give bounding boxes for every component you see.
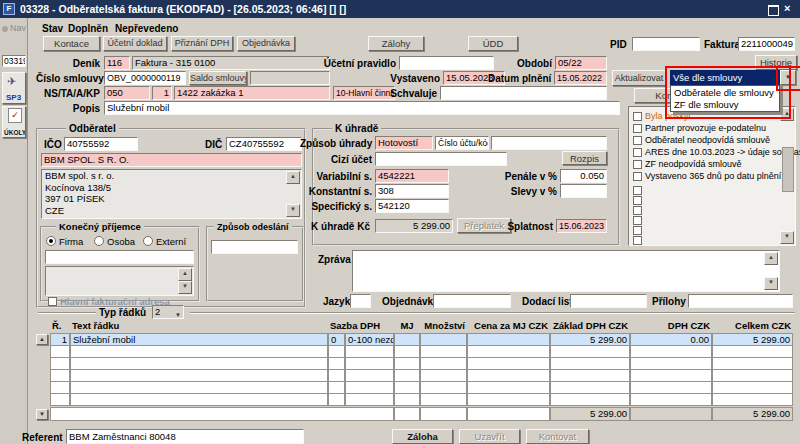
scroll-up-icon[interactable]: ▲ <box>178 268 192 281</box>
nav-icon <box>2 26 8 32</box>
ucetni-doklad-button[interactable]: Účetní doklad <box>103 36 167 51</box>
priznani-dph-button[interactable]: Přiznání DPH <box>171 36 233 51</box>
check-odberatel-smlouva[interactable] <box>633 136 642 145</box>
variabilni-label: Variabilní s. <box>302 171 372 183</box>
check-empty[interactable] <box>633 206 642 215</box>
chevron-down-icon: ▼ <box>175 309 181 319</box>
zpusob-uhrady-field[interactable]: Hotovostí <box>375 136 433 150</box>
cell <box>420 407 467 421</box>
close-icon[interactable]: × <box>784 2 790 14</box>
cislo-smlouvy-input[interactable]: OBV_0000000119 <box>104 71 186 85</box>
radio-externi-label: Externí <box>156 236 186 247</box>
kontace-button[interactable]: Kontace <box>43 36 100 51</box>
pid-input[interactable] <box>632 37 700 51</box>
splatnost-field[interactable]: 15.06.2023 <box>556 219 607 233</box>
check-partner-epodatelna[interactable] <box>633 124 642 133</box>
slevy-field[interactable] <box>560 184 607 198</box>
zpusob-odeslani-group: Způsob odeslání <box>206 226 304 302</box>
scroll-up-icon[interactable]: ▲ <box>764 252 778 265</box>
scroll-down-icon[interactable]: ▼ <box>178 281 192 294</box>
scroll-down-icon[interactable]: ▼ <box>764 277 778 290</box>
radio-externi[interactable] <box>143 236 153 246</box>
check-empty[interactable] <box>633 226 642 235</box>
ico-field[interactable]: 40755592 <box>64 137 138 151</box>
table-row[interactable] <box>50 393 793 406</box>
cell <box>630 393 712 406</box>
cell <box>550 393 630 406</box>
popis-input[interactable]: Služební mobil <box>104 101 620 115</box>
ns-field-2[interactable]: 1 <box>152 86 172 100</box>
check-zf-smlouva[interactable] <box>633 160 642 169</box>
sp3-button[interactable]: ✈ SP3 <box>2 72 26 104</box>
cizi-ucet-input[interactable] <box>375 152 507 166</box>
k-uhrade-group-label: K úhradě <box>332 123 381 135</box>
ns-field-1[interactable]: 050 <box>104 86 150 100</box>
col-header-mnozstvi: Množství <box>420 320 467 332</box>
referent-input[interactable]: BBM Zaměstnanci 80048 <box>66 429 304 444</box>
udd-button[interactable]: ÚDD <box>468 36 518 51</box>
check-365-dnu[interactable] <box>633 172 642 181</box>
check-empty[interactable] <box>633 216 642 225</box>
kontovat-button[interactable]: Kontovat <box>526 429 589 444</box>
objednavka-button[interactable]: Objednávka <box>237 36 295 51</box>
aktualizovat-button[interactable]: Aktualizovat <box>612 70 666 86</box>
restore-icon[interactable] <box>768 5 779 16</box>
objednavka-input[interactable] <box>433 294 511 308</box>
konstantni-field[interactable]: 308 <box>375 184 449 198</box>
check-byla-poskytnuta[interactable] <box>633 112 642 121</box>
scrollbar-thumb[interactable] <box>782 147 794 192</box>
left-sidebar: Nav 03319 ✈ SP3 ✓ ÚKOLY <box>0 18 28 444</box>
prilohy-input[interactable] <box>688 294 793 308</box>
specificky-field[interactable]: 542120 <box>375 199 449 213</box>
check-empty[interactable] <box>633 196 642 205</box>
zaloha-button[interactable]: Záloha <box>392 429 453 444</box>
ukoly-button[interactable]: ✓ ÚKOLY <box>2 106 26 138</box>
zalohy-button[interactable]: Zálohy <box>368 36 424 51</box>
rozpis-button[interactable]: Rozpis <box>562 151 607 165</box>
denik-code-field[interactable]: 116 <box>104 56 130 70</box>
typ-radku-select[interactable]: 2 ▼ <box>152 305 184 319</box>
jazyk-label: Jazyk <box>323 296 350 308</box>
ucet-input[interactable] <box>491 136 607 150</box>
radio-osoba[interactable] <box>94 236 104 246</box>
customer-name-field[interactable]: BBM SPOL. S R. O. <box>41 153 302 167</box>
check-ares[interactable] <box>633 148 642 157</box>
zprava-textarea[interactable]: ▲ ▼ <box>352 250 780 292</box>
obdobi-field[interactable]: 05/22 <box>555 56 607 70</box>
radio-firma[interactable] <box>46 236 56 246</box>
saldo-smlouvy-button[interactable]: Saldo smlouvy <box>189 71 247 85</box>
konecny-address-box: ▲ ▼ <box>45 266 194 296</box>
penale-label: Penále v % <box>500 171 557 183</box>
ns-label: NS/TA/A/KP <box>36 88 100 100</box>
totals-edit-cell[interactable] <box>50 407 394 421</box>
ucet-kod-field[interactable]: Číslo účtu/kód b <box>435 136 489 150</box>
ucetni-pravidlo-input[interactable] <box>399 56 494 70</box>
schvaluje-input[interactable] <box>440 86 607 100</box>
typ-radku-value: 2 <box>155 306 160 317</box>
splatnost-label: Splatnost <box>498 221 553 233</box>
check-label: Partner provozuje e-podatelnu <box>645 123 766 134</box>
zpusob-odeslani-input[interactable] <box>211 240 298 254</box>
row-scroll-up-icon[interactable]: ▲ <box>36 334 48 345</box>
check-empty[interactable] <box>633 186 642 195</box>
dodaci-list-input[interactable] <box>570 294 647 308</box>
row-scroll-down-icon[interactable]: ▼ <box>36 409 48 420</box>
dic-field[interactable]: CZ40755592 <box>226 137 302 151</box>
scroll-down-icon[interactable]: ▼ <box>286 204 300 217</box>
uzavrit-button[interactable]: Uzavřít <box>459 429 520 444</box>
nav-button[interactable]: Nav <box>1 22 27 35</box>
zpusob-uhrady-label: Způsob úhrady <box>300 138 372 150</box>
variabilni-field[interactable]: 4542221 <box>375 169 449 183</box>
hlavni-adresa-checkbox[interactable] <box>48 297 57 306</box>
konecny-name-input[interactable] <box>45 250 194 264</box>
check-empty[interactable] <box>633 236 642 245</box>
scroll-up-icon[interactable]: ▲ <box>286 171 300 184</box>
penale-field[interactable]: 0.050 <box>560 169 607 183</box>
customer-address-box: BBM spol. s r. o. Kocínova 138/5 397 01 … <box>41 169 302 219</box>
datum-plneni-field[interactable]: 15.05.2022 <box>554 71 607 85</box>
jazyk-input[interactable] <box>350 294 371 308</box>
scroll-down-icon[interactable]: ▼ <box>780 231 794 244</box>
faktura-number-field[interactable]: 2211000049 <box>738 37 795 51</box>
denik-label: Deník <box>36 58 100 70</box>
ns-field-3[interactable]: 1422 zakázka 1 <box>174 86 330 100</box>
